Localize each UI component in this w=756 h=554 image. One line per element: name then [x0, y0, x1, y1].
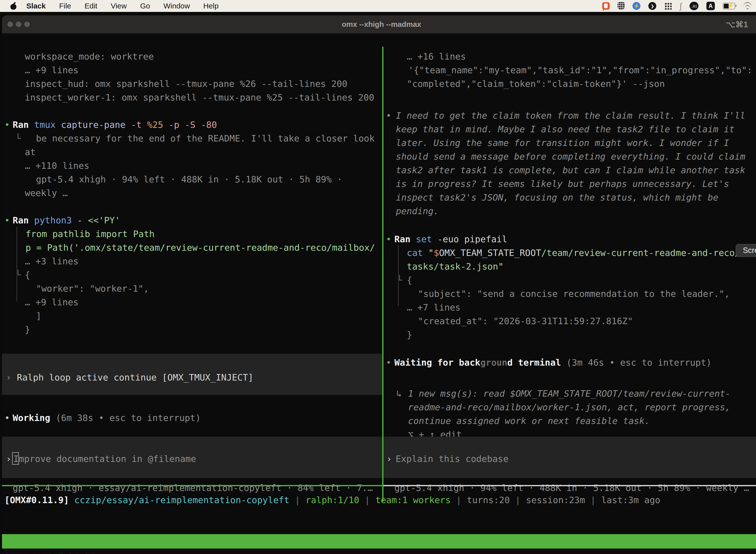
- ran-command-row: •: [4, 119, 10, 130]
- terminal-line: inspect_hud: omx sparkshell --tmux-pane …: [25, 78, 347, 89]
- thinking-line: inspect task2's JSON, focusing on the st…: [396, 192, 718, 203]
- thinking-line: later. Using the same for transition mig…: [396, 137, 729, 149]
- collapsed-lines-indicator: … +16 lines: [407, 51, 466, 62]
- collapsed-lines-indicator: … +3 lines: [25, 256, 79, 267]
- ran-command-text: Ran python3 - <<'PY': [13, 215, 120, 226]
- dash-arg: -: [77, 215, 88, 225]
- working-row: •: [4, 412, 10, 424]
- thinking-line: I need to get the claim token from the c…: [396, 110, 745, 121]
- menu-item-file[interactable]: File: [59, 2, 71, 10]
- wifi-icon[interactable]: [743, 2, 752, 9]
- terminal-line: "completed","claim_token":"claim-token"}…: [407, 78, 665, 89]
- a-badge-icon[interactable]: A: [706, 2, 715, 10]
- ran-command-row: •: [386, 234, 391, 245]
- mailbox-message-line: 1 new msg(s): read $OMX_TEAM_STATE_ROOT/…: [408, 388, 731, 399]
- subcommand: capture-pane: [61, 120, 131, 130]
- thinking-line: is in progress? It seems likely but perh…: [396, 178, 729, 189]
- command-name: set: [416, 234, 438, 244]
- menu-item-go[interactable]: Go: [140, 2, 150, 10]
- left-pane: workspace_mode: worktree … +9 lines insp…: [2, 47, 382, 500]
- prompt-chevron-icon: ›: [386, 453, 392, 464]
- menu-app-name[interactable]: Slack: [26, 2, 46, 10]
- command-output-line: }: [25, 324, 30, 335]
- window-shortcut: ⌥⌘1: [726, 15, 748, 33]
- message-arrow-icon: ↳: [396, 388, 402, 399]
- window-title: omx --xhigh --madmax: [2, 15, 756, 33]
- working-meta: (6m 38s • esc to interrupt): [50, 413, 201, 423]
- working-status: Working (6m 38s • esc to interrupt): [13, 412, 201, 424]
- screenshot-toast[interactable]: Scre: [736, 244, 756, 257]
- env-var: OMX_TEAM_STATE_ROOT: [439, 248, 541, 258]
- shield-grid-icon[interactable]: [618, 2, 625, 10]
- command-output-line: weekly …: [25, 188, 68, 199]
- hud-turns: turns:20: [467, 495, 510, 505]
- output-connector: └: [15, 270, 21, 280]
- placeholder-text: mprove documentation in @filename: [19, 454, 196, 464]
- menu-bar-status-icons: ⚡ ❯ ʃ ..61 A ⚡: [602, 0, 752, 12]
- chat-notification-icon[interactable]: [602, 2, 610, 10]
- separator: |: [290, 495, 306, 505]
- thinking-line: should send a message before completing …: [396, 151, 745, 162]
- quote: ": [498, 261, 504, 272]
- inject-message: Ralph loop active continue [OMX_TMUX_INJ…: [17, 372, 253, 383]
- command-output-line: {: [407, 275, 412, 286]
- prompt-placeholder[interactable]: Improve documentation in @filename: [13, 453, 196, 464]
- bullet-icon: •: [4, 120, 10, 130]
- waiting-meta: (3m 46s • esc to interrupt): [561, 357, 712, 368]
- menu-item-edit[interactable]: Edit: [84, 2, 98, 10]
- hud-ralph-counter: ralph:1/10: [306, 495, 359, 505]
- hook-icon[interactable]: ʃ: [680, 2, 682, 10]
- block-connector-line: [17, 227, 17, 301]
- thinking-line: task2 after task1 is complete, but can I…: [396, 165, 745, 176]
- ran-label: Ran: [13, 215, 34, 225]
- mailbox-message-line: readme-and-reco/mailbox/worker-1.json, a…: [408, 402, 731, 413]
- path-segment: tasks/task-2.json: [407, 261, 498, 272]
- hud-team-workers: team:1 workers: [376, 495, 451, 505]
- mailbox-message-line: continue assigned work or next feasible …: [408, 416, 650, 427]
- hud-session-time: session:23m: [526, 495, 585, 505]
- terminal-line: '{"team_name":"my-team","task_id":"1","f…: [408, 65, 752, 76]
- waiting-label: Waiting for back: [394, 357, 481, 368]
- terminal-line: workspace_mode: worktree: [25, 51, 154, 62]
- code-line: tasks/task-2.json": [407, 261, 504, 272]
- badge-count-icon[interactable]: ..61: [690, 2, 698, 10]
- bullet-icon: •: [386, 357, 391, 368]
- omx-version: [OMX#0.11.9]: [4, 495, 74, 505]
- flag: -80: [201, 120, 217, 130]
- apple-logo-icon[interactable]: [10, 2, 17, 10]
- blue-bolt-icon[interactable]: ⚡: [632, 2, 640, 10]
- command-output-line: "created_at": "2026-03-31T11:59:27.816Z": [418, 316, 633, 327]
- prompt-placeholder[interactable]: Explain this codebase: [396, 453, 508, 464]
- command-args: -euo pipefail: [437, 234, 507, 244]
- waiting-row: •: [386, 357, 391, 368]
- terminal-window: omx --xhigh --madmax ⌥⌘1 workspace_mode:…: [2, 15, 756, 554]
- separator: |: [585, 495, 601, 505]
- cursor-char: I: [13, 454, 19, 464]
- pane-divider[interactable]: [382, 47, 383, 502]
- dots-grid-icon[interactable]: [664, 2, 672, 10]
- right-pane: … +16 lines '{"team_name":"my-team","tas…: [383, 47, 756, 500]
- battery-icon[interactable]: ⚡: [723, 3, 735, 9]
- ran-label: Ran: [13, 120, 34, 130]
- pane-id: %25: [147, 120, 169, 130]
- command-output-line: ]: [36, 311, 42, 321]
- separator: |: [510, 495, 526, 505]
- menu-item-window[interactable]: Window: [164, 2, 190, 10]
- screen: Slack File Edit View Go Window Help ⚡ ❯ …: [0, 0, 756, 554]
- omx-hud-status-line: [OMX#0.11.9] cczip/essay/ai-reimplementa…: [4, 494, 660, 506]
- black-circle-icon[interactable]: ❯: [648, 2, 656, 10]
- ran-command-text: Ran set -euo pipefail: [394, 234, 507, 245]
- active-pane-border: [2, 485, 383, 486]
- bullet-icon: •: [4, 215, 10, 225]
- output-connector: └: [15, 133, 21, 144]
- thinking-line: pending.: [396, 206, 439, 217]
- menu-item-view[interactable]: View: [111, 2, 126, 10]
- waiting-label: d terminal: [507, 357, 561, 368]
- tmux-session-window[interactable]: [omx-cczip0:bash*: [4, 549, 96, 554]
- flag: -S: [185, 120, 201, 130]
- command-name: python3: [34, 215, 77, 225]
- bullet-icon: •: [386, 234, 391, 244]
- menu-bar-left: Slack File Edit View Go Window Help: [0, 2, 218, 10]
- menu-item-help[interactable]: Help: [203, 2, 219, 10]
- model-status-line: gpt-5.4 xhigh · essay/ai-reimplementatio…: [13, 483, 373, 493]
